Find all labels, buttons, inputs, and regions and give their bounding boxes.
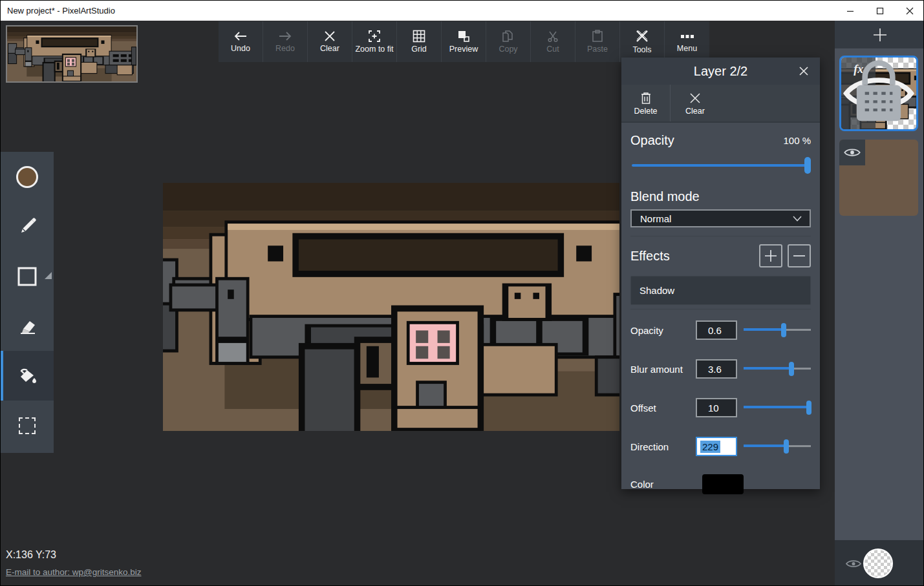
- effect-direction-slider[interactable]: [744, 439, 811, 454]
- dashed-selection-icon: [19, 417, 36, 434]
- cut-button[interactable]: Cut: [531, 21, 575, 62]
- main-toolbar: Undo Redo Clear Zoom to fit Grid Preview: [219, 21, 709, 62]
- effect-offset-input[interactable]: 10: [696, 398, 737, 417]
- minimize-icon: [846, 7, 854, 15]
- blend-mode-label: Blend mode: [630, 189, 811, 204]
- author-email-link[interactable]: E-mail to author: wp@gritsenko.biz: [6, 567, 142, 577]
- tool-current-color[interactable]: [1, 152, 54, 202]
- layer-item-artwork[interactable]: fx: [839, 56, 918, 131]
- menu-button[interactable]: Menu: [665, 21, 709, 62]
- layer-commands-row: Delete Clear: [621, 85, 820, 123]
- slider-handle[interactable]: [806, 401, 811, 415]
- grid-button[interactable]: Grid: [397, 21, 442, 62]
- clipboard-icon: [591, 30, 604, 43]
- crossed-tools-icon: [635, 29, 649, 43]
- transparent-background-swatch[interactable]: [863, 549, 893, 578]
- effect-blur-slider[interactable]: [744, 362, 811, 376]
- background-visibility-eye-icon[interactable]: [845, 558, 862, 569]
- cursor-coordinates: X:136 Y:73: [6, 549, 142, 561]
- canvas-art: [163, 183, 619, 431]
- opacity-value: 100 %: [783, 135, 811, 146]
- maximize-button[interactable]: [865, 1, 895, 21]
- zoom-fit-icon: [368, 30, 381, 43]
- delete-layer-button[interactable]: Delete: [621, 85, 671, 121]
- shadow-color-swatch[interactable]: [702, 474, 744, 494]
- maximize-icon: [876, 7, 884, 15]
- effects-label: Effects: [630, 249, 670, 264]
- undo-button[interactable]: Undo: [219, 21, 263, 62]
- scissors-icon: [546, 30, 559, 43]
- blend-mode-dropdown[interactable]: Normal: [630, 209, 811, 227]
- redo-button[interactable]: Redo: [263, 21, 308, 62]
- remove-effect-button[interactable]: [788, 244, 811, 267]
- layer-panel-header: Layer 2/2: [621, 58, 820, 85]
- layer-status-overlay: fx: [841, 58, 876, 129]
- artwork-preview-thumbnail: [6, 25, 138, 83]
- grid-icon: [413, 30, 425, 43]
- visibility-eye-icon: [843, 147, 861, 158]
- effect-params: Opacity 0.6 Blur amount 3.6 Offset 10: [630, 309, 811, 502]
- preview-squares-icon: [457, 30, 470, 43]
- param-row-blur: Blur amount 3.6: [630, 350, 811, 388]
- tool-fill[interactable]: [1, 351, 54, 401]
- paint-bucket-icon: [16, 365, 39, 387]
- clear-button[interactable]: Clear: [308, 21, 352, 62]
- minimize-button[interactable]: [835, 1, 865, 21]
- blend-mode-value: Normal: [632, 213, 671, 224]
- tool-rectangle[interactable]: [1, 251, 54, 301]
- opacity-label: Opacity: [630, 133, 674, 148]
- effect-blur-input[interactable]: 3.6: [696, 359, 737, 379]
- tool-select[interactable]: [1, 401, 54, 450]
- effect-direction-input[interactable]: 229: [696, 437, 737, 456]
- visibility-toggle[interactable]: [839, 140, 865, 165]
- tool-pencil[interactable]: [1, 202, 54, 251]
- preview-button[interactable]: Preview: [442, 21, 486, 62]
- undo-arrow-icon: [233, 30, 248, 42]
- slider-handle[interactable]: [784, 439, 789, 454]
- paste-button[interactable]: Paste: [575, 21, 620, 62]
- drawing-canvas[interactable]: [163, 183, 619, 431]
- param-row-offset: Offset 10: [630, 388, 811, 427]
- effect-offset-slider[interactable]: [744, 401, 811, 415]
- clear-layer-button[interactable]: Clear: [671, 85, 720, 121]
- zoom-to-fit-button[interactable]: Zoom to fit: [352, 21, 397, 62]
- layer-item-background[interactable]: [839, 140, 918, 216]
- window-controls: [835, 1, 924, 21]
- ellipsis-dots-icon: [680, 30, 695, 42]
- layer-properties-panel: Layer 2/2 Delete Clear Opacity 100 % Bl: [621, 58, 820, 489]
- preview-art: [7, 26, 136, 81]
- app-window: { "window": { "title": "New project* - P…: [0, 0, 924, 586]
- copy-button[interactable]: Copy: [486, 21, 531, 62]
- title-bar: New project* - PixelArtStudio: [1, 1, 924, 21]
- clear-x-icon: [324, 30, 336, 42]
- window-title: New project* - PixelArtStudio: [1, 6, 115, 16]
- chevron-down-icon: [793, 216, 802, 222]
- effect-item-shadow[interactable]: Shadow: [630, 276, 811, 305]
- layer-opacity-slider[interactable]: [630, 157, 811, 174]
- color-circle-icon: [16, 166, 38, 188]
- layer-panel-close-button[interactable]: [798, 65, 810, 77]
- tool-eraser[interactable]: [1, 301, 54, 351]
- add-effect-button[interactable]: [759, 244, 782, 267]
- slider-handle[interactable]: [804, 157, 811, 174]
- close-icon: [906, 7, 914, 15]
- tools-button[interactable]: Tools: [620, 21, 665, 62]
- clear-x-icon: [689, 91, 701, 105]
- close-button[interactable]: [895, 1, 924, 21]
- close-icon: [799, 66, 809, 76]
- eraser-icon: [16, 316, 39, 337]
- param-row-direction: Direction 229: [630, 427, 811, 466]
- redo-arrow-icon: [278, 30, 292, 42]
- slider-handle[interactable]: [789, 362, 794, 376]
- lock-icon[interactable]: [841, 58, 916, 129]
- effect-opacity-slider[interactable]: [744, 323, 811, 337]
- rectangle-icon: [17, 266, 38, 287]
- copy-pages-icon: [502, 30, 515, 43]
- slider-handle[interactable]: [781, 323, 786, 337]
- add-layer-button[interactable]: [835, 21, 924, 48]
- trash-icon: [639, 91, 652, 105]
- param-row-color: Color: [630, 466, 811, 502]
- effect-opacity-input[interactable]: 0.6: [696, 320, 737, 340]
- status-bar: X:136 Y:73 E-mail to author: wp@gritsenk…: [6, 549, 142, 578]
- layer-panel-body: Opacity 100 % Blend mode Normal Effects: [621, 133, 820, 502]
